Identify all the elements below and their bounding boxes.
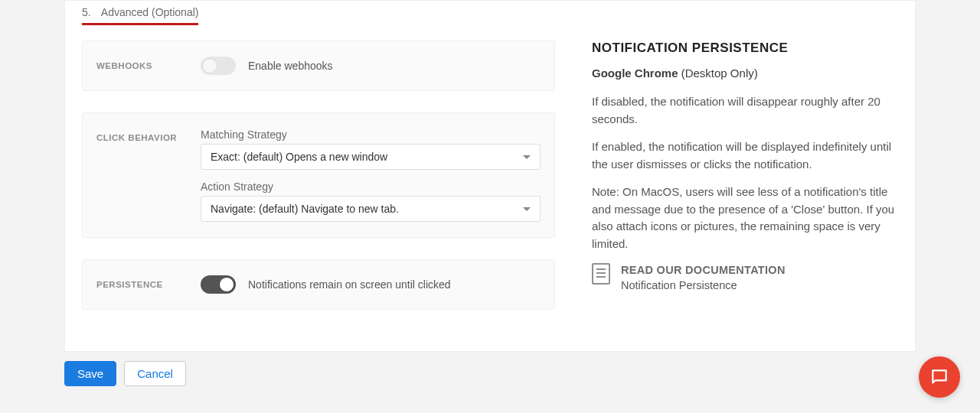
main-panel: Wendy 5. Advanced (Optional) WEBHOOKS En… <box>64 0 916 352</box>
documentation-text: READ OUR DOCUMENTATION Notification Pers… <box>621 263 786 293</box>
chat-icon <box>929 367 949 387</box>
cancel-button[interactable]: Cancel <box>124 361 186 386</box>
panel-paragraph-3: Note: On MacOS, users will see less of a… <box>592 184 898 252</box>
persistence-toggle-label: Notifications remain on screen until cli… <box>248 278 451 291</box>
tab-row: 5. Advanced (Optional) <box>65 1 915 25</box>
tab-number: 5. <box>82 6 91 18</box>
webhooks-toggle[interactable] <box>201 57 236 75</box>
panel-title: NOTIFICATION PERSISTENCE <box>592 41 898 56</box>
documentation-subtitle: Notification Persistence <box>621 278 786 294</box>
persistence-toggle[interactable] <box>201 275 236 294</box>
tab-advanced[interactable]: 5. Advanced (Optional) <box>82 6 198 25</box>
panel-paragraph-2: If enabled, the notification will be dis… <box>592 138 898 173</box>
panel-subtitle: Google Chrome (Desktop Only) <box>592 67 898 80</box>
info-panel: NOTIFICATION PERSISTENCE Google Chrome (… <box>592 41 898 310</box>
documentation-title: READ OUR DOCUMENTATION <box>621 263 786 278</box>
action-strategy-label: Action Strategy <box>201 180 541 193</box>
action-strategy-select[interactable]: Navigate: (default) Navigate to new tab. <box>201 196 541 222</box>
panel-sub-strong: Google Chrome <box>592 67 678 80</box>
chevron-down-icon <box>523 155 531 159</box>
left-column: WEBHOOKS Enable webhooks CLICK BEHAVIOR <box>82 41 555 310</box>
action-strategy-value: Navigate: (default) Navigate to new tab. <box>211 203 399 215</box>
matching-strategy-label: Matching Strategy <box>201 128 541 141</box>
click-behavior-section-label: CLICK BEHAVIOR <box>96 128 201 142</box>
document-icon <box>592 263 610 285</box>
tab-label: Advanced (Optional) <box>101 6 199 18</box>
documentation-link-row[interactable]: READ OUR DOCUMENTATION Notification Pers… <box>592 263 898 293</box>
webhooks-card: WEBHOOKS Enable webhooks <box>82 41 555 91</box>
toggle-knob <box>219 277 234 292</box>
persistence-section-label: PERSISTENCE <box>96 275 201 289</box>
click-behavior-card: CLICK BEHAVIOR Matching Strategy Exact: … <box>82 112 555 238</box>
matching-strategy-value: Exact: (default) Opens a new window <box>211 151 387 163</box>
action-button-row: Save Cancel <box>0 361 980 386</box>
content-wrap: WEBHOOKS Enable webhooks CLICK BEHAVIOR <box>65 25 915 328</box>
toggle-knob <box>202 58 217 73</box>
panel-sub-rest: (Desktop Only) <box>678 67 758 80</box>
webhooks-section-label: WEBHOOKS <box>96 57 201 70</box>
matching-strategy-select[interactable]: Exact: (default) Opens a new window <box>201 144 541 170</box>
panel-paragraph-1: If disabled, the notification will disap… <box>592 93 898 128</box>
webhooks-toggle-label: Enable webhooks <box>248 60 333 72</box>
chat-fab[interactable] <box>919 356 960 398</box>
persistence-card: PERSISTENCE Notifications remain on scre… <box>82 259 555 310</box>
chevron-down-icon <box>523 207 531 211</box>
save-button[interactable]: Save <box>64 361 116 386</box>
